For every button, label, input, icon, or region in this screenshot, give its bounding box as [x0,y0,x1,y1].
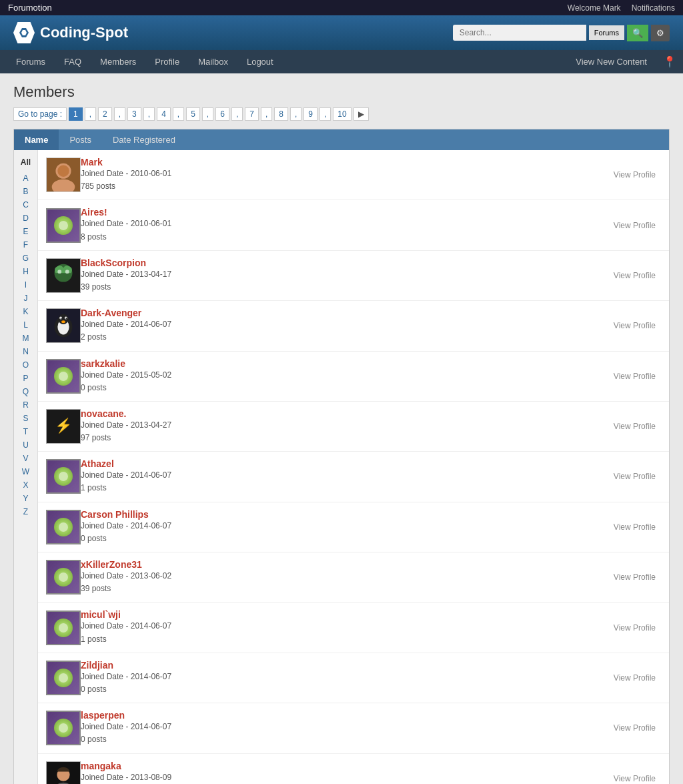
member-info: Zildjian Joined Date - 2014-06-07 0 post… [81,660,608,696]
avatar: ⚡ [46,409,81,444]
member-posts: 8 posts [81,232,107,242]
notifications-link[interactable]: Notifications [632,3,675,13]
view-profile-button[interactable]: View Profile [608,470,661,483]
page-10[interactable]: 10 [333,107,351,121]
member-name[interactable]: sarkzkalie [81,358,125,369]
member-name[interactable]: Aires! [81,207,107,218]
tab-name[interactable]: Name [14,129,59,150]
view-profile-button[interactable]: View Profile [608,671,661,685]
member-posts: 39 posts [81,282,111,292]
page-4[interactable]: 4 [157,107,171,121]
members-container: Name Posts Date Registered All A B C D E… [13,129,670,784]
letter-i[interactable]: I [14,278,37,292]
letter-j[interactable]: J [14,292,37,305]
member-name[interactable]: Mark [81,157,103,167]
member-name[interactable]: micul`wji [81,609,121,620]
letter-k[interactable]: K [14,305,37,318]
table-row: Athazel Joined Date - 2014-06-07 1 posts… [38,452,669,502]
letter-a[interactable]: A [14,171,37,185]
tab-posts[interactable]: Posts [59,129,102,150]
letter-l[interactable]: L [14,318,37,332]
letter-y[interactable]: Y [14,492,37,505]
nav-members[interactable]: Members [91,50,145,73]
letter-w[interactable]: W [14,465,37,478]
search-go-button[interactable]: 🔍 [627,25,648,41]
member-joined: Joined Date - 2013-06-02 [81,571,171,580]
member-joined: Joined Date - 2013-04-17 [81,270,171,279]
page-9[interactable]: 9 [303,107,317,121]
search-forums-button[interactable]: Forums [589,25,624,40]
letter-q[interactable]: Q [14,385,37,398]
page-3[interactable]: 3 [127,107,141,121]
member-name[interactable]: xKillerZone31 [81,559,142,570]
member-name[interactable]: mangaka [81,761,121,771]
member-name[interactable]: novacane. [81,408,126,419]
letter-h[interactable]: H [14,265,37,278]
letter-f[interactable]: F [14,238,37,252]
main-nav: Forums FAQ Members Profile Mailbox Logou… [0,50,683,73]
nav-faq[interactable]: FAQ [55,50,91,73]
view-profile-button[interactable]: View Profile [608,772,661,784]
pagination-next[interactable]: ▶ [354,107,369,121]
member-name[interactable]: Dark-Avenger [81,308,141,318]
member-joined: Joined Date - 2014-06-07 [81,470,171,480]
view-profile-button[interactable]: View Profile [608,370,661,383]
letter-m[interactable]: M [14,332,37,345]
table-row: Aires! Joined Date - 2010-06-01 8 posts … [38,200,669,250]
member-name[interactable]: Zildjian [81,660,113,671]
view-profile-button[interactable]: View Profile [608,570,661,584]
site-logo[interactable]: Coding-Spot [13,22,128,43]
letter-z[interactable]: Z [14,505,37,518]
member-name[interactable]: Athazel [81,458,114,469]
view-profile-button[interactable]: View Profile [608,721,661,735]
page-6[interactable]: 6 [215,107,229,121]
member-name[interactable]: lasperpen [81,710,125,721]
view-profile-button[interactable]: View Profile [608,269,661,282]
member-info: sarkzkalie Joined Date - 2015-05-02 0 po… [81,358,608,394]
member-name[interactable]: Carson Phillips [81,509,149,520]
tab-date-registered[interactable]: Date Registered [102,129,186,150]
avatar [46,157,81,192]
letter-o[interactable]: O [14,358,37,372]
member-name[interactable]: BlackScorpion [81,258,146,268]
nav-profile[interactable]: Profile [145,50,189,73]
search-input[interactable] [453,25,586,41]
page-8[interactable]: 8 [274,107,288,121]
page-5[interactable]: 5 [186,107,200,121]
letter-g[interactable]: G [14,252,37,265]
letter-c[interactable]: C [14,198,37,212]
view-new-content-link[interactable]: View New Content [566,50,656,73]
letter-s[interactable]: S [14,412,37,425]
nav-logout[interactable]: Logout [237,50,283,73]
view-profile-button[interactable]: View Profile [608,168,661,181]
letter-b[interactable]: B [14,185,37,198]
letter-x[interactable]: X [14,478,37,492]
view-profile-button[interactable]: View Profile [608,420,661,433]
view-profile-button[interactable]: View Profile [608,621,661,635]
letter-v[interactable]: V [14,452,37,465]
letter-p[interactable]: P [14,372,37,385]
site-header: Coding-Spot Forums 🔍 ⚙ [0,15,683,50]
view-profile-button[interactable]: View Profile [608,319,661,332]
letter-all[interactable]: All [14,155,37,169]
page-2[interactable]: 2 [98,107,112,121]
view-profile-button[interactable]: View Profile [608,520,661,534]
nav-mailbox[interactable]: Mailbox [189,50,237,73]
letter-t[interactable]: T [14,425,37,438]
letter-r[interactable]: R [14,398,37,412]
letter-e[interactable]: E [14,225,37,238]
pagination-sep7: , [261,107,272,121]
table-row: Dark-Avenger Joined Date - 2014-06-07 2 … [38,301,669,351]
page-7[interactable]: 7 [245,107,259,121]
member-info: Athazel Joined Date - 2014-06-07 1 posts [81,458,608,494]
page-1[interactable]: 1 [69,107,83,121]
search-settings-button[interactable]: ⚙ [651,25,670,41]
table-row: xKillerZone31 Joined Date - 2013-06-02 3… [38,552,669,603]
letter-u[interactable]: U [14,438,37,452]
nav-forums[interactable]: Forums [7,50,55,73]
member-joined: Joined Date - 2015-05-02 [81,370,171,380]
view-profile-button[interactable]: View Profile [608,219,661,232]
marker-icon: 📍 [663,55,676,68]
letter-d[interactable]: D [14,212,37,225]
letter-n[interactable]: N [14,345,37,358]
